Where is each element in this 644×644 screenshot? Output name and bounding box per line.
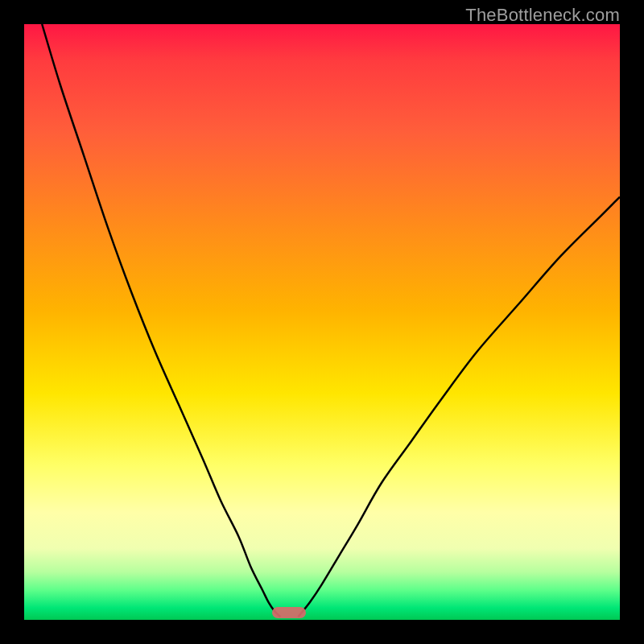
- bottleneck-curve: [24, 24, 620, 620]
- curve-left-branch: [42, 24, 280, 617]
- bottleneck-marker: [272, 607, 306, 618]
- curve-right-branch: [298, 197, 620, 617]
- watermark-text: TheBottleneck.com: [465, 5, 620, 26]
- chart-frame: [24, 24, 620, 620]
